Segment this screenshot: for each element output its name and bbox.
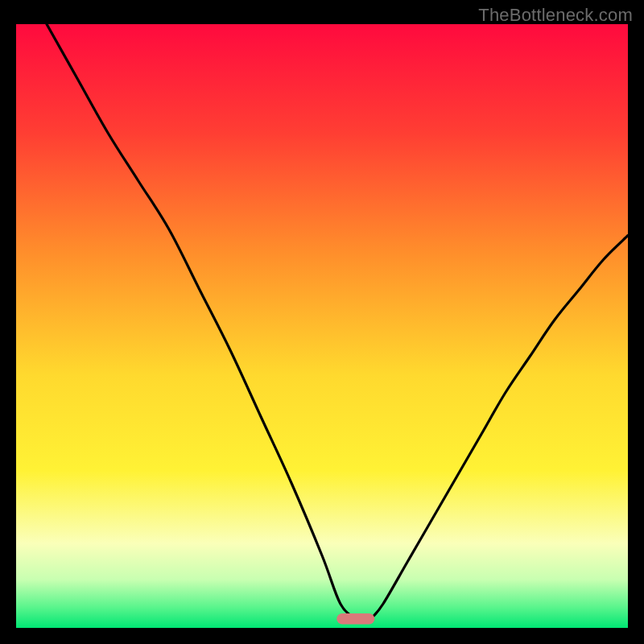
chart-frame: TheBottleneck.com xyxy=(0,0,644,644)
bottleneck-plot xyxy=(16,24,628,628)
bottleneck-marker xyxy=(336,613,374,625)
gradient-background xyxy=(16,24,628,628)
watermark-text: TheBottleneck.com xyxy=(478,5,633,26)
